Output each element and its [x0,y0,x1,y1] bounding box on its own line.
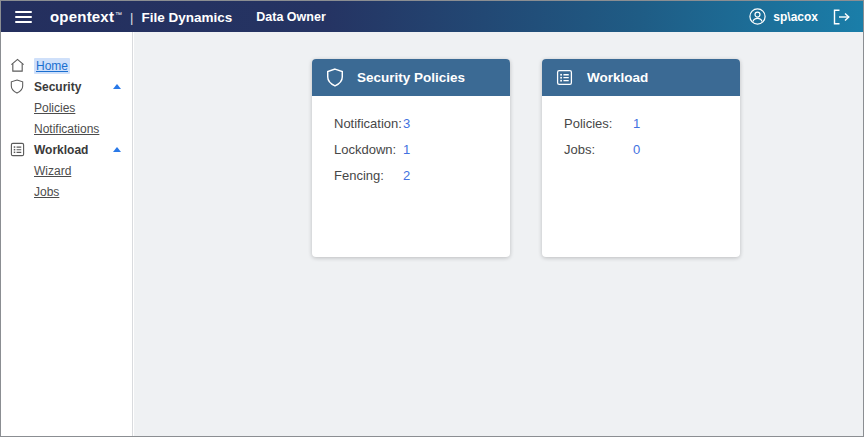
stat-label: Jobs: [564,143,633,156]
sidebar-item-label: Security [34,80,81,94]
stat-row-jobs: Jobs: 0 [564,143,740,156]
product-name: File Dynamics [142,10,233,25]
sidebar-item-jobs[interactable]: Jobs [1,181,132,202]
workload-card-body: Policies: 1 Jobs: 0 [542,96,740,156]
hamburger-menu-icon[interactable] [15,11,32,23]
caret-up-icon[interactable] [113,147,121,152]
stat-value[interactable]: 1 [403,143,410,156]
sidebar-nav: Home Security Policies Notifications [1,32,132,202]
security-policies-card: Security Policies Notification: 3 Lockdo… [312,59,510,257]
stat-row-lockdown: Lockdown: 1 [334,143,510,156]
list-icon [9,142,25,158]
sidebar-item-workload[interactable]: Workload [1,139,132,160]
stat-row-notification: Notification: 3 [334,117,510,130]
sidebar-item-security[interactable]: Security [1,76,132,97]
list-icon [555,68,574,87]
stat-value[interactable]: 2 [403,169,410,182]
sidebar: Home Security Policies Notifications [1,32,133,436]
brand-logo: opentext [50,8,114,25]
stat-value[interactable]: 3 [403,117,410,130]
security-policies-card-body: Notification: 3 Lockdown: 1 Fencing: 2 [312,96,510,182]
stat-row-fencing: Fencing: 2 [334,169,510,182]
logout-icon[interactable] [833,9,851,25]
user-icon[interactable] [749,8,766,25]
home-icon [9,58,25,74]
app-window: opentext ™ | File Dynamics Data Owner sp… [0,0,864,437]
stat-row-policies: Policies: 1 [564,117,740,130]
trademark-symbol: ™ [115,11,122,18]
stat-label: Lockdown: [334,143,403,156]
sidebar-item-label[interactable]: Notifications [34,122,99,136]
sidebar-item-label: Workload [34,143,88,157]
sidebar-item-notifications[interactable]: Notifications [1,118,132,139]
card-title: Workload [587,70,648,85]
sidebar-item-policies[interactable]: Policies [1,97,132,118]
stat-label: Notification: [334,117,403,130]
shield-icon [9,79,25,95]
topbar-user-area: sp\acox [749,8,851,25]
sidebar-item-label[interactable]: Jobs [34,185,59,199]
workload-card: Workload Policies: 1 Jobs: 0 [542,59,740,257]
sidebar-item-label[interactable]: Home [34,58,70,74]
stat-label: Policies: [564,117,633,130]
sidebar-item-label[interactable]: Policies [34,101,75,115]
top-navigation-bar: opentext ™ | File Dynamics Data Owner sp… [1,1,863,32]
shield-icon [325,68,344,87]
caret-up-icon[interactable] [113,84,121,89]
section-title: Data Owner [256,10,325,24]
sidebar-item-label[interactable]: Wizard [34,164,71,178]
sidebar-item-home[interactable]: Home [1,55,132,76]
brand-divider: | [130,10,133,25]
brand: opentext ™ | File Dynamics [50,8,232,25]
stat-label: Fencing: [334,169,403,182]
security-policies-card-header: Security Policies [312,59,510,96]
logged-in-user: sp\acox [773,10,818,24]
stat-value[interactable]: 0 [633,143,640,156]
stat-value[interactable]: 1 [633,117,640,130]
sidebar-item-wizard[interactable]: Wizard [1,160,132,181]
card-title: Security Policies [357,70,465,85]
main-content: Security Policies Notification: 3 Lockdo… [134,32,863,436]
workload-card-header: Workload [542,59,740,96]
